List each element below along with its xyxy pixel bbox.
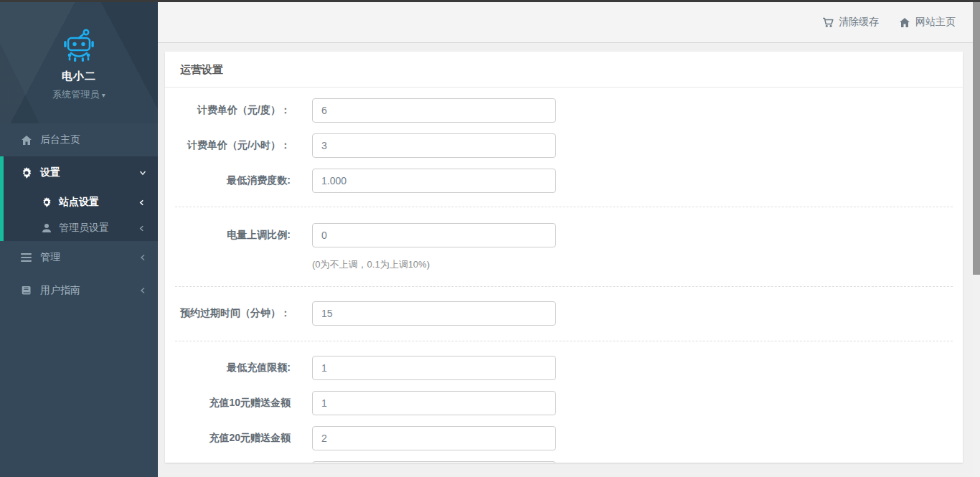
user-icon: [41, 223, 52, 234]
form-row: 计费单价（元/小时）：: [165, 133, 963, 158]
reservation-expire-input[interactable]: [312, 301, 556, 326]
form-row: 预约过期时间（分钟）：: [165, 301, 963, 326]
sidebar: 电小二 系统管理员 ▾ 后台主页 设置 站点设置: [0, 0, 158, 477]
min-consumption-input[interactable]: [312, 169, 556, 193]
sidebar-item-user-guide[interactable]: 用户指南: [0, 274, 158, 307]
topbar: 清除缓存 网站主页: [158, 2, 980, 43]
bars-icon: [20, 252, 32, 264]
bonus-50-input[interactable]: [312, 461, 556, 463]
sidebar-item-manage[interactable]: 管理: [0, 241, 158, 274]
vertical-scrollbar: [973, 0, 980, 477]
form-row: 充值20元赠送金额: [165, 426, 963, 450]
book-icon: [20, 285, 32, 297]
bonus-20-input[interactable]: [312, 426, 556, 450]
sidebar-item-settings[interactable]: 设置: [4, 156, 158, 189]
form-row: 充值50元赠送金额: [165, 461, 963, 463]
unit-price-per-kwh-input[interactable]: [312, 98, 556, 123]
sidebar-item-backend-home[interactable]: 后台主页: [0, 123, 158, 156]
unit-price-per-hour-input[interactable]: [312, 133, 556, 158]
field-label: 电量上调比例:: [165, 229, 291, 242]
sidebar-item-label: 设置: [40, 166, 139, 179]
home-icon: [899, 16, 910, 28]
website-home-button[interactable]: 网站主页: [899, 16, 956, 29]
sidebar-header: 电小二 系统管理员 ▾: [0, 0, 158, 123]
settings-card: 运营设置 计费单价（元/度）： 计费单价（元/小时）： 最低消费度数: 电量上调…: [165, 52, 963, 463]
chevron-left-icon: [139, 254, 146, 261]
chevron-left-icon: [139, 287, 146, 294]
form-row: 最低充值限额:: [165, 356, 963, 380]
sidebar-menu: 后台主页 设置 站点设置 管理员设置: [0, 123, 158, 307]
clear-cache-button[interactable]: 清除缓存: [822, 16, 879, 29]
field-label: 最低消费度数:: [165, 174, 291, 187]
sidebar-item-label: 管理: [40, 251, 139, 264]
card-title: 运营设置: [165, 52, 963, 88]
field-label: 最低充值限额:: [165, 362, 291, 374]
gear-icon: [41, 197, 52, 208]
user-role-dropdown[interactable]: 系统管理员 ▾: [0, 88, 158, 101]
form-row: 最低消费度数:: [165, 169, 963, 193]
field-label: 充值10元赠送金额: [165, 397, 291, 410]
main-content: 运营设置 计费单价（元/度）： 计费单价（元/小时）： 最低消费度数: 电量上调…: [158, 43, 980, 477]
field-label: 计费单价（元/小时）：: [165, 139, 291, 152]
app-logo: [0, 28, 158, 64]
field-label: 预约过期时间（分钟）：: [165, 307, 291, 320]
form-row: 电量上调比例:: [165, 223, 963, 247]
form-group-pricing: 计费单价（元/度）： 计费单价（元/小时）： 最低消费度数:: [165, 88, 963, 207]
sidebar-active-section: 设置 站点设置 管理员设置: [0, 156, 158, 241]
user-role-label: 系统管理员: [52, 89, 99, 100]
clear-cache-label: 清除缓存: [839, 16, 879, 29]
form-group-recharge: 最低充值限额: 充值10元赠送金额 充值20元赠送金额 充值50元赠送金额: [165, 341, 963, 463]
robot-icon: [60, 28, 98, 64]
website-home-label: 网站主页: [915, 16, 956, 29]
min-recharge-input[interactable]: [312, 356, 556, 380]
brand-name: 电小二: [0, 70, 158, 83]
form-group-adjust: 电量上调比例: (0为不上调，0.1为上调10%): [165, 207, 963, 286]
sidebar-item-label: 管理员设置: [59, 222, 138, 235]
sidebar-item-admin-settings[interactable]: 管理员设置: [4, 215, 158, 241]
form-row: 计费单价（元/度）：: [165, 98, 963, 123]
field-label: 计费单价（元/度）：: [165, 104, 291, 117]
chevron-left-icon: [138, 225, 145, 232]
sidebar-item-label: 用户指南: [40, 284, 139, 297]
page-top-line: [0, 0, 980, 2]
form-row: 充值10元赠送金额: [165, 391, 963, 415]
form-group-reservation: 预约过期时间（分钟）：: [165, 287, 963, 341]
caret-down-icon: ▾: [102, 91, 105, 99]
gear-icon: [20, 167, 32, 179]
home-icon: [20, 134, 32, 146]
power-adjust-ratio-input[interactable]: [312, 223, 556, 247]
chevron-left-icon: [138, 199, 145, 206]
field-hint: (0为不上调，0.1为上调10%): [312, 258, 963, 271]
sidebar-item-label: 后台主页: [40, 133, 146, 146]
cart-icon: [822, 16, 834, 28]
scrollbar-thumb[interactable]: [973, 2, 980, 275]
sidebar-item-label: 站点设置: [59, 196, 138, 209]
sidebar-item-site-settings[interactable]: 站点设置: [4, 189, 158, 215]
field-label: 充值20元赠送金额: [165, 432, 291, 445]
chevron-down-icon: [139, 169, 146, 176]
bonus-10-input[interactable]: [312, 391, 556, 415]
